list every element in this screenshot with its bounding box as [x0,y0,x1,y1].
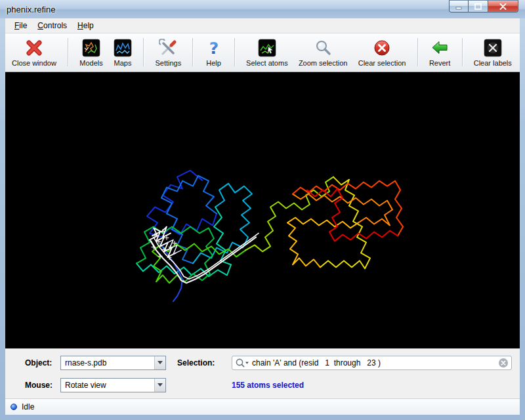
window-controls [449,0,518,12]
toolbar-label: Close window [12,59,56,67]
close-window-icon [25,38,43,58]
toolbar-button-models[interactable]: Models [79,38,102,67]
chevron-down-icon [158,361,163,364]
app-window: phenix.refine File Controls Help [0,0,525,420]
selection-input-value[interactable]: chain 'A' and (resid 1 through 23 ) [249,358,498,368]
toolbar-button-revert[interactable]: Revert [429,38,450,67]
toolbar-separator [143,38,144,66]
svg-text:?: ? [209,39,219,57]
toolbar-button-settings[interactable]: Settings [155,38,181,67]
toolbar-label: Select atoms [246,59,288,67]
object-label: Object: [25,358,60,368]
menubar: File Controls Help [5,18,520,33]
toolbar-separator [417,38,418,66]
statusbar: Idle [5,398,520,415]
object-dropdown-value: rnase-s.pdb [61,358,154,368]
menu-file[interactable]: File [9,19,32,32]
molecule-render [5,72,520,348]
toolbar-label: Models [79,59,102,67]
search-icon[interactable] [235,358,249,368]
toolbar-label: Maps [114,59,132,67]
settings-icon [159,38,177,58]
clear-search-icon[interactable] [498,358,509,368]
select-atoms-icon [258,38,276,58]
status-text: Idle [22,402,34,411]
atoms-selected-text: 155 atoms selected [232,381,304,390]
minimize-button[interactable] [449,0,469,12]
toolbar-button-clear-selection[interactable]: Clear selection [358,38,406,67]
mouse-label: Mouse: [25,381,60,390]
toolbar-button-close-window[interactable]: Close window [12,38,56,67]
toolbar-label: Zoom selection [299,59,348,67]
toolbar-label: Help [206,59,221,67]
selection-input[interactable]: chain 'A' and (resid 1 through 23 ) [232,356,512,370]
toolbar-separator [68,38,68,66]
toolbar-separator [192,38,193,66]
toolbar-label: Clear selection [358,59,406,67]
maximize-button[interactable] [469,0,488,12]
toolbar-button-select-atoms[interactable]: Select atoms [246,38,288,67]
control-panel: Object: rnase-s.pdb Selection: chain 'A'… [5,348,520,398]
help-icon: ? [205,38,223,58]
toolbar-label: Settings [155,59,181,67]
mouse-dropdown-value: Rotate view [61,381,154,390]
toolbar-button-zoom-selection[interactable]: Zoom selection [299,38,348,67]
toolbar-separator [462,38,463,66]
toolbar: Close window Models [5,33,520,72]
toolbar-button-help[interactable]: ? Help [205,38,223,67]
toolbar-button-maps[interactable]: Maps [114,38,132,67]
clear-selection-icon [373,38,391,58]
revert-icon [430,38,449,58]
toolbar-label: Revert [429,59,450,67]
minimize-icon [455,3,463,10]
viewport-3d[interactable] [5,72,520,348]
mouse-row: Mouse: Rotate view 155 atoms selected [25,377,513,392]
maps-icon [114,38,132,58]
toolbar-separator [234,38,235,66]
titlebar[interactable]: phenix.refine [0,0,525,18]
maximize-icon [474,3,482,10]
menu-controls[interactable]: Controls [32,19,72,32]
toolbar-button-clear-labels[interactable]: Clear labels [474,38,512,67]
mouse-dropdown[interactable]: Rotate view [60,378,166,392]
zoom-selection-icon [314,38,332,58]
selection-label: Selection: [177,358,232,368]
menu-help[interactable]: Help [72,19,99,32]
client-area: File Controls Help Close window [5,18,520,415]
toolbar-label: Clear labels [474,59,512,67]
window-title: phenix.refine [7,5,55,14]
chevron-down-icon [158,383,163,387]
object-dropdown-arrow[interactable] [154,356,165,369]
clear-labels-icon [484,38,502,58]
close-button[interactable] [488,0,518,12]
object-dropdown[interactable]: rnase-s.pdb [60,356,166,370]
status-led-icon [10,404,17,410]
mouse-dropdown-arrow[interactable] [154,379,165,392]
object-row: Object: rnase-s.pdb Selection: chain 'A'… [25,355,513,370]
models-icon [82,38,100,58]
close-icon [499,3,507,10]
